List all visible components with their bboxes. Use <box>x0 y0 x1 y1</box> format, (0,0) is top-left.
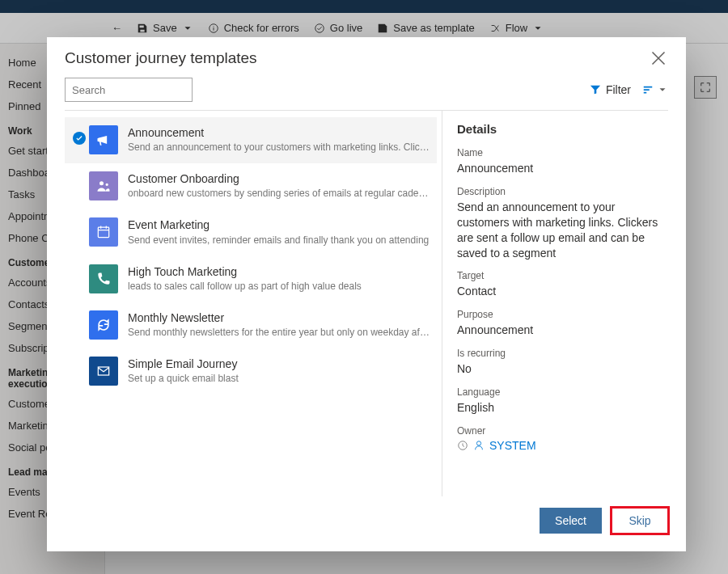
template-name: High Touch Marketing <box>128 264 430 279</box>
person-icon <box>473 440 485 451</box>
field-label-owner: Owner <box>457 425 668 437</box>
field-value-owner: SYSTEM <box>489 439 536 452</box>
field-value-purpose: Announcement <box>457 323 668 338</box>
template-desc: Send an announcement to your customers w… <box>128 140 430 154</box>
selected-indicator <box>70 125 89 145</box>
save-template-icon <box>377 23 388 34</box>
calendar-icon <box>89 217 118 247</box>
template-desc: Send monthly newsletters for the entire … <box>128 325 430 340</box>
field-value-language: English <box>457 400 668 416</box>
mail-icon <box>89 357 118 386</box>
skip-button[interactable]: Skip <box>612 508 668 534</box>
refresh-icon <box>89 310 118 340</box>
back-button[interactable]: ← <box>112 22 122 34</box>
template-item-newsletter[interactable]: Monthly Newsletter Send monthly newslett… <box>65 302 437 348</box>
people-icon <box>89 171 118 200</box>
template-picker-dialog: Customer journey templates Filter <box>47 37 686 551</box>
close-button[interactable] <box>649 49 668 68</box>
search-field[interactable] <box>72 84 208 96</box>
template-item-hightouch[interactable]: High Touch Marketing leads to sales call… <box>65 256 437 302</box>
clock-icon <box>457 440 468 451</box>
sort-icon <box>642 84 654 95</box>
app-titlebar <box>0 0 728 13</box>
svg-rect-4 <box>98 228 108 238</box>
details-heading: Details <box>457 122 668 136</box>
template-name: Simple Email Journey <box>128 357 430 371</box>
field-value-description: Send an announcement to your customers w… <box>457 200 668 261</box>
template-desc: Send event invites, reminder emails and … <box>128 233 430 247</box>
template-item-onboarding[interactable]: Customer Onboarding onboard new customer… <box>65 163 437 209</box>
details-panel: Details Name Announcement Description Se… <box>442 111 668 496</box>
check-errors-button[interactable]: Check for errors <box>208 22 299 34</box>
field-value-recurring: No <box>457 361 668 377</box>
save-icon <box>137 23 148 34</box>
close-icon <box>649 49 668 68</box>
info-icon <box>208 23 219 34</box>
template-name: Announcement <box>128 125 430 140</box>
field-label-description: Description <box>457 186 668 197</box>
flow-icon <box>489 23 501 34</box>
svg-point-7 <box>476 441 480 445</box>
sort-button[interactable] <box>642 84 668 95</box>
template-item-event[interactable]: Event Marketing Send event invites, remi… <box>65 209 437 255</box>
template-list: Announcement Send an announcement to you… <box>65 111 437 496</box>
save-as-template-button[interactable]: Save as template <box>377 22 474 34</box>
megaphone-icon <box>89 125 118 154</box>
template-desc: onboard new customers by sending series … <box>128 186 430 200</box>
check-circle-icon <box>314 23 325 34</box>
field-label-recurring: Is recurring <box>457 348 668 359</box>
go-live-button[interactable]: Go live <box>314 22 362 34</box>
chevron-down-icon <box>182 23 193 34</box>
field-label-target: Target <box>457 270 668 281</box>
template-name: Customer Onboarding <box>128 171 430 186</box>
field-label-language: Language <box>457 386 668 398</box>
search-input[interactable] <box>65 78 193 102</box>
svg-point-3 <box>99 181 104 185</box>
phone-icon <box>89 264 118 293</box>
template-item-simple-email[interactable]: Simple Email Journey Set up a quick emai… <box>65 348 437 395</box>
chevron-down-icon <box>532 23 544 34</box>
field-label-purpose: Purpose <box>457 309 668 320</box>
template-name: Monthly Newsletter <box>128 310 430 325</box>
chevron-down-icon <box>657 84 668 95</box>
template-name: Event Marketing <box>128 217 430 232</box>
field-value-name: Announcement <box>457 161 668 176</box>
save-button[interactable]: Save <box>137 22 193 34</box>
field-value-target: Contact <box>457 284 668 299</box>
fullscreen-button[interactable] <box>694 76 717 99</box>
svg-rect-5 <box>98 367 108 375</box>
template-desc: leads to sales call follow up as part of… <box>128 279 430 293</box>
template-item-announcement[interactable]: Announcement Send an announcement to you… <box>65 117 437 163</box>
filter-icon <box>590 84 601 95</box>
svg-point-1 <box>315 23 324 32</box>
field-label-name: Name <box>457 147 668 158</box>
check-icon <box>75 134 83 142</box>
expand-icon <box>700 82 711 93</box>
dialog-title: Customer journey templates <box>65 49 649 67</box>
filter-button[interactable]: Filter <box>590 83 631 96</box>
select-button[interactable]: Select <box>540 508 602 534</box>
template-desc: Set up a quick email blast <box>128 371 430 386</box>
flow-button[interactable]: Flow <box>489 22 544 34</box>
